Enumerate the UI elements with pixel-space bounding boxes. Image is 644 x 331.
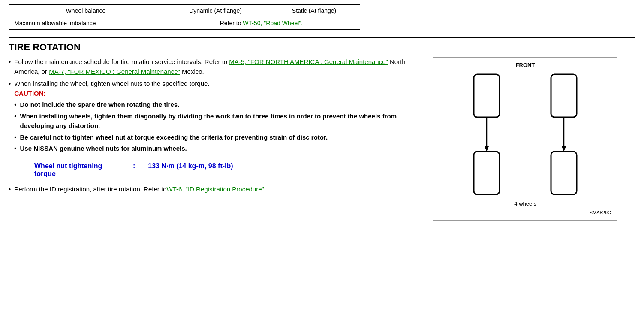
torque-text: Wheel nut tightening torque : 133 N·m (1… (34, 162, 429, 178)
sub-bullet-3-text: Be careful not to tighten wheel nut at t… (20, 133, 429, 143)
sub-bullet-1: Do not include the spare tire when rotat… (14, 100, 429, 110)
bullet2-content: When installing the wheel, tighten wheel… (14, 79, 429, 155)
bullet2-main-text: When installing the wheel, tighten wheel… (14, 79, 429, 89)
table-refer-text: Refer to (220, 20, 243, 27)
sub-bullet-4-text: Use NISSAN genuine wheel nuts for alumin… (20, 144, 429, 154)
link-ma7[interactable]: MA-7, "FOR MEXICO : General Maintenance" (49, 68, 180, 75)
sub-bullet-list: Do not include the spare tire when rotat… (14, 100, 429, 154)
diagram-label-wheels: 4 wheels (438, 200, 613, 207)
sub-bullet-2: When installing wheels, tighten them dia… (14, 112, 429, 131)
bullet1-text-after: Mexico. (180, 68, 204, 75)
wheel-balance-table: Wheel balance Dynamic (At flange) Static… (9, 4, 360, 30)
torque-value: 133 N·m (14 kg-m, 98 ft-lb) (148, 162, 429, 178)
section-title: TIRE ROTATION (9, 37, 635, 53)
table-header-balance: Wheel balance (9, 5, 163, 17)
main-bullet-list: Follow the maintenance schedule for tire… (9, 57, 429, 155)
svg-marker-7 (562, 146, 566, 152)
diagram-container: FRONT (433, 57, 617, 221)
sub-bullet-2-text: When installing wheels, tighten them dia… (20, 112, 429, 131)
svg-rect-2 (474, 152, 500, 194)
link-wt6[interactable]: WT-6, "ID Registration Procedure". (166, 185, 266, 194)
content-with-diagram: Follow the maintenance schedule for tire… (9, 57, 635, 221)
torque-separator: : (133, 162, 135, 178)
svg-rect-3 (551, 152, 577, 194)
bottom-bullet: Perform the ID registration, after tire … (9, 185, 429, 194)
bullet-item-2: When installing the wheel, tighten wheel… (9, 79, 429, 155)
table-cell-label: Maximum allowable imbalance (9, 17, 163, 30)
sub-bullet-1-text: Do not include the spare tire when rotat… (20, 100, 429, 110)
diagram-label-front: FRONT (438, 62, 613, 68)
bullet-item-1: Follow the maintenance schedule for tire… (9, 57, 429, 76)
svg-rect-1 (551, 74, 577, 117)
sub-bullet-3: Be careful not to tighten wheel nut at t… (14, 133, 429, 143)
sub-bullet-4: Use NISSAN genuine wheel nuts for alumin… (14, 144, 429, 154)
link-ma5[interactable]: MA-5, "FOR NORTH AMERICA : General Maint… (229, 58, 388, 65)
diagram-label-code: SMA829C (590, 210, 611, 215)
tire-diagram-svg (448, 70, 602, 199)
bullet1-text-before: Follow the maintenance schedule for tire… (14, 58, 229, 65)
diagram-inner: 4 wheels SMA829C (438, 70, 613, 216)
svg-marker-5 (485, 146, 489, 152)
text-content: Follow the maintenance schedule for tire… (9, 57, 429, 194)
table-cell-value: Refer to WT-50, "Road Wheel". (163, 17, 360, 30)
torque-label: Wheel nut tightening torque (34, 162, 120, 178)
caution-label: CAUTION: (14, 89, 429, 99)
bullet1-content: Follow the maintenance schedule for tire… (14, 57, 429, 76)
svg-rect-0 (474, 74, 500, 117)
table-header-static: Static (At flange) (268, 5, 360, 17)
table-link-wt50[interactable]: WT-50, "Road Wheel". (243, 20, 303, 27)
torque-box: Wheel nut tightening torque : 133 N·m (1… (34, 162, 429, 178)
bottom-bullet-text: Perform the ID registration, after tire … (14, 185, 166, 194)
table-header-dynamic: Dynamic (At flange) (163, 5, 268, 17)
